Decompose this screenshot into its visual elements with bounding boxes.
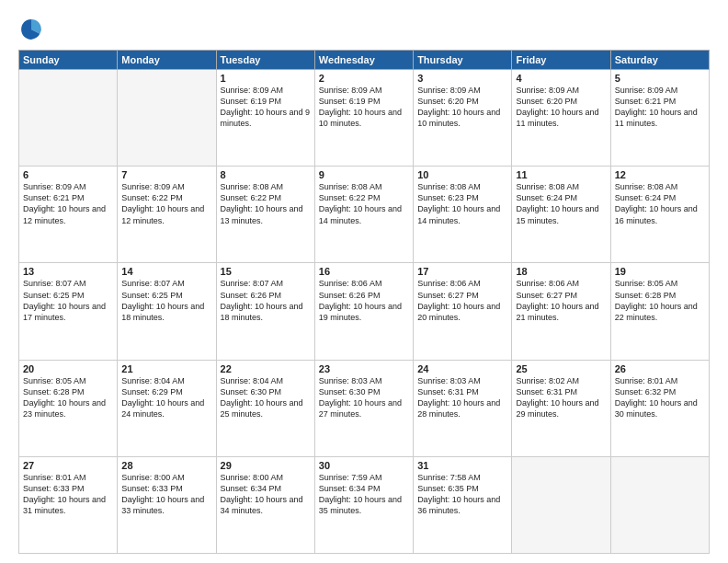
calendar-day-cell: 11Sunrise: 8:08 AM Sunset: 6:24 PM Dayli… (512, 167, 610, 263)
calendar-day-cell: 31Sunrise: 7:58 AM Sunset: 6:35 PM Dayli… (414, 456, 512, 553)
calendar-day-cell: 6Sunrise: 8:09 AM Sunset: 6:21 PM Daylig… (19, 167, 118, 263)
day-number: 29 (221, 460, 311, 471)
weekday-header: Monday (118, 51, 216, 70)
day-info: Sunrise: 8:03 AM Sunset: 6:31 PM Dayligh… (417, 375, 507, 420)
day-info: Sunrise: 8:00 AM Sunset: 6:34 PM Dayligh… (221, 472, 311, 517)
day-number: 21 (121, 363, 211, 374)
calendar-day-cell: 30Sunrise: 7:59 AM Sunset: 6:34 PM Dayli… (314, 456, 413, 553)
day-number: 9 (319, 169, 409, 180)
day-info: Sunrise: 8:01 AM Sunset: 6:32 PM Dayligh… (615, 375, 705, 420)
calendar-day-cell: 10Sunrise: 8:08 AM Sunset: 6:23 PM Dayli… (414, 167, 512, 263)
day-number: 5 (615, 73, 705, 84)
day-info: Sunrise: 8:07 AM Sunset: 6:26 PM Dayligh… (221, 278, 311, 323)
calendar-day-cell: 21Sunrise: 8:04 AM Sunset: 6:29 PM Dayli… (118, 360, 216, 456)
day-number: 17 (417, 266, 507, 277)
calendar-week-row: 27Sunrise: 8:01 AM Sunset: 6:33 PM Dayli… (19, 456, 710, 553)
day-number: 6 (23, 169, 113, 180)
day-info: Sunrise: 7:59 AM Sunset: 6:34 PM Dayligh… (319, 472, 409, 517)
day-number: 12 (615, 169, 705, 180)
day-info: Sunrise: 8:08 AM Sunset: 6:22 PM Dayligh… (221, 181, 311, 226)
calendar-week-row: 13Sunrise: 8:07 AM Sunset: 6:25 PM Dayli… (19, 263, 710, 360)
day-number: 10 (417, 169, 507, 180)
calendar-day-cell: 28Sunrise: 8:00 AM Sunset: 6:33 PM Dayli… (118, 456, 216, 553)
day-number: 26 (615, 363, 705, 374)
calendar-week-row: 6Sunrise: 8:09 AM Sunset: 6:21 PM Daylig… (19, 167, 710, 263)
day-info: Sunrise: 8:06 AM Sunset: 6:27 PM Dayligh… (417, 278, 507, 323)
calendar-day-cell: 1Sunrise: 8:09 AM Sunset: 6:19 PM Daylig… (216, 70, 314, 167)
page: SundayMondayTuesdayWednesdayThursdayFrid… (0, 0, 728, 563)
calendar-day-cell: 4Sunrise: 8:09 AM Sunset: 6:20 PM Daylig… (512, 70, 610, 167)
day-info: Sunrise: 8:02 AM Sunset: 6:31 PM Dayligh… (516, 375, 606, 420)
day-info: Sunrise: 8:03 AM Sunset: 6:30 PM Dayligh… (319, 375, 409, 420)
calendar-day-cell: 12Sunrise: 8:08 AM Sunset: 6:24 PM Dayli… (610, 167, 709, 263)
day-info: Sunrise: 8:09 AM Sunset: 6:22 PM Dayligh… (121, 181, 211, 226)
day-number: 16 (319, 266, 409, 277)
calendar-day-cell: 5Sunrise: 8:09 AM Sunset: 6:21 PM Daylig… (610, 70, 709, 167)
day-number: 28 (121, 460, 211, 471)
calendar-day-cell (19, 70, 118, 167)
day-number: 1 (221, 73, 311, 84)
day-info: Sunrise: 8:08 AM Sunset: 6:23 PM Dayligh… (417, 181, 507, 226)
day-info: Sunrise: 8:09 AM Sunset: 6:19 PM Dayligh… (221, 85, 311, 130)
day-info: Sunrise: 8:09 AM Sunset: 6:19 PM Dayligh… (319, 85, 409, 130)
calendar-day-cell (610, 456, 709, 553)
calendar-day-cell (512, 456, 610, 553)
weekday-header: Wednesday (314, 51, 413, 70)
calendar-day-cell: 15Sunrise: 8:07 AM Sunset: 6:26 PM Dayli… (216, 263, 314, 360)
weekday-header: Sunday (19, 51, 118, 70)
calendar-day-cell: 16Sunrise: 8:06 AM Sunset: 6:26 PM Dayli… (314, 263, 413, 360)
header (18, 17, 710, 42)
calendar-week-row: 20Sunrise: 8:05 AM Sunset: 6:28 PM Dayli… (19, 360, 710, 456)
day-number: 3 (417, 73, 507, 84)
calendar-day-cell: 24Sunrise: 8:03 AM Sunset: 6:31 PM Dayli… (414, 360, 512, 456)
day-info: Sunrise: 8:09 AM Sunset: 6:21 PM Dayligh… (23, 181, 113, 226)
day-number: 7 (121, 169, 211, 180)
calendar-day-cell: 2Sunrise: 8:09 AM Sunset: 6:19 PM Daylig… (314, 70, 413, 167)
day-number: 2 (319, 73, 409, 84)
day-number: 18 (516, 266, 606, 277)
calendar-day-cell: 22Sunrise: 8:04 AM Sunset: 6:30 PM Dayli… (216, 360, 314, 456)
calendar-day-cell: 23Sunrise: 8:03 AM Sunset: 6:30 PM Dayli… (314, 360, 413, 456)
day-info: Sunrise: 8:09 AM Sunset: 6:20 PM Dayligh… (516, 85, 606, 130)
day-info: Sunrise: 8:04 AM Sunset: 6:29 PM Dayligh… (121, 375, 211, 420)
logo-icon (18, 17, 44, 42)
day-info: Sunrise: 8:01 AM Sunset: 6:33 PM Dayligh… (23, 472, 113, 517)
day-number: 23 (319, 363, 409, 374)
calendar-day-cell: 29Sunrise: 8:00 AM Sunset: 6:34 PM Dayli… (216, 456, 314, 553)
day-number: 27 (23, 460, 113, 471)
day-number: 20 (23, 363, 113, 374)
day-number: 4 (516, 73, 606, 84)
weekday-header: Friday (512, 51, 610, 70)
day-info: Sunrise: 8:08 AM Sunset: 6:24 PM Dayligh… (516, 181, 606, 226)
day-info: Sunrise: 8:09 AM Sunset: 6:21 PM Dayligh… (615, 85, 705, 130)
calendar-day-cell: 14Sunrise: 8:07 AM Sunset: 6:25 PM Dayli… (118, 263, 216, 360)
day-number: 31 (417, 460, 507, 471)
day-number: 22 (221, 363, 311, 374)
logo (18, 17, 48, 42)
calendar-day-cell: 9Sunrise: 8:08 AM Sunset: 6:22 PM Daylig… (314, 167, 413, 263)
calendar-day-cell: 17Sunrise: 8:06 AM Sunset: 6:27 PM Dayli… (414, 263, 512, 360)
calendar-week-row: 1Sunrise: 8:09 AM Sunset: 6:19 PM Daylig… (19, 70, 710, 167)
calendar-day-cell: 7Sunrise: 8:09 AM Sunset: 6:22 PM Daylig… (118, 167, 216, 263)
calendar-day-cell (118, 70, 216, 167)
day-number: 30 (319, 460, 409, 471)
weekday-header-row: SundayMondayTuesdayWednesdayThursdayFrid… (19, 51, 710, 70)
day-info: Sunrise: 8:07 AM Sunset: 6:25 PM Dayligh… (121, 278, 211, 323)
day-number: 25 (516, 363, 606, 374)
day-info: Sunrise: 8:08 AM Sunset: 6:24 PM Dayligh… (615, 181, 705, 226)
day-number: 13 (23, 266, 113, 277)
day-number: 19 (615, 266, 705, 277)
calendar-day-cell: 3Sunrise: 8:09 AM Sunset: 6:20 PM Daylig… (414, 70, 512, 167)
day-info: Sunrise: 8:07 AM Sunset: 6:25 PM Dayligh… (23, 278, 113, 323)
calendar-day-cell: 26Sunrise: 8:01 AM Sunset: 6:32 PM Dayli… (610, 360, 709, 456)
day-info: Sunrise: 8:06 AM Sunset: 6:26 PM Dayligh… (319, 278, 409, 323)
weekday-header: Tuesday (216, 51, 314, 70)
calendar-day-cell: 20Sunrise: 8:05 AM Sunset: 6:28 PM Dayli… (19, 360, 118, 456)
calendar-day-cell: 13Sunrise: 8:07 AM Sunset: 6:25 PM Dayli… (19, 263, 118, 360)
day-number: 11 (516, 169, 606, 180)
day-info: Sunrise: 7:58 AM Sunset: 6:35 PM Dayligh… (417, 472, 507, 517)
day-info: Sunrise: 8:09 AM Sunset: 6:20 PM Dayligh… (417, 85, 507, 130)
day-info: Sunrise: 8:04 AM Sunset: 6:30 PM Dayligh… (221, 375, 311, 420)
weekday-header: Thursday (414, 51, 512, 70)
day-number: 24 (417, 363, 507, 374)
